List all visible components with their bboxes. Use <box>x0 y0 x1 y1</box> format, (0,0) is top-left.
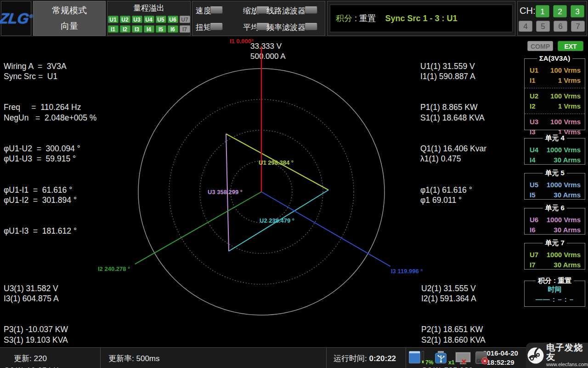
elecfans-watermark: 电子发烧友 www.elecfans.com <box>526 343 588 368</box>
svg-text:I1 0.000°: I1 0.000° <box>230 38 254 45</box>
overflow-indicator-u7: U7 <box>180 16 190 23</box>
overflow-indicator-u2: U2 <box>120 16 130 23</box>
mode-panel[interactable]: 常规模式 向量 <box>33 1 106 36</box>
line-filter-label: 线路滤波器 <box>266 6 305 16</box>
integrator-sync-display: 积分 : 重置 Sync Src 1 - 3 : U1 <box>330 5 513 32</box>
overflow-indicator-i2: I2 <box>120 25 130 33</box>
integrator-time-value: —— : – : – <box>525 295 585 303</box>
runtime: 运行时间: 0:20:22 <box>334 353 396 364</box>
overflow-indicator-i5: I5 <box>156 25 166 33</box>
time-text: 18:52:29 <box>486 358 514 366</box>
update-rate: 更新率: 500ms <box>108 353 160 364</box>
voltage-overflow-row: U1 U2 U3 U4 U5 U6 U7 <box>107 16 190 23</box>
range-row: U41000 Vrms <box>525 145 585 155</box>
status-bar: 更新: 220 更新率: 500ms 运行时间: 0:20:22 7% x1 ✕ <box>0 347 588 368</box>
sum-a-panel-title: ΣA(3V3A) <box>537 54 572 62</box>
channel-button-3[interactable]: 3 <box>571 5 584 17</box>
range-row: I430 Arms <box>525 155 585 165</box>
svg-text:500.000 A: 500.000 A <box>250 52 286 61</box>
svg-text:U3 358.299 °: U3 358.299 ° <box>208 189 243 196</box>
zlg-logo: ZLG® <box>1 1 31 36</box>
freq-filter-toggle[interactable] <box>305 23 317 30</box>
unit5-range-panel: 单元 5 U51000 Vrms I530 Arms <box>524 173 585 200</box>
divider <box>100 348 101 368</box>
power-analyzer-screen: ZLG® 常规模式 向量 量程溢出 U1 U2 U3 U4 U5 U6 U7 I… <box>0 0 588 368</box>
range-group-2: U2100 Vrms I21 Vrms <box>525 90 585 114</box>
range-row: U61000 Vrms <box>525 215 585 225</box>
unit7-range-panel: 单元 7 U71000 Vrms I730 Arms <box>524 243 585 270</box>
zlg-logo-text: ZLG® <box>0 10 34 27</box>
freq-filter-label: 频率滤波器 <box>266 22 305 33</box>
overflow-indicator-u3: U3 <box>132 16 142 23</box>
watermark-url: www.elecfans.com <box>546 362 588 368</box>
channel-button-4[interactable]: 4 <box>519 21 532 32</box>
overflow-indicator-u6: U6 <box>168 16 178 23</box>
range-row: U2100 Vrms <box>525 91 585 101</box>
watermark-title: 电子发烧友 <box>546 343 588 362</box>
range-row: U51000 Vrms <box>525 180 585 190</box>
divider <box>406 348 406 368</box>
overflow-indicator-i7: I7 <box>180 25 190 33</box>
elecfans-logo-icon <box>527 344 544 367</box>
range-row: U1100 Vrms <box>525 65 585 75</box>
integrator-time-label: 时间 <box>525 285 585 294</box>
integrator-sync-panel: 积分 : 重置 Sync Src 1 - 3 : U1 <box>327 1 515 36</box>
current-overflow-row: I1 I2 I3 I4 I5 I6 I7 <box>107 25 190 33</box>
sync-source-display: Sync Src 1 - 3 : U1 <box>330 14 512 23</box>
torque-label: 扭矩 <box>196 22 211 33</box>
element3-readings: U3(1) 31.582 VI3(1) 604.875 A P3(1) -10.… <box>4 263 70 368</box>
svg-text:33.333 V: 33.333 V <box>250 42 282 51</box>
overflow-indicator-i4: I4 <box>144 25 154 33</box>
channel-button-6[interactable]: 6 <box>554 21 567 32</box>
channel-button-5[interactable]: 5 <box>536 21 550 32</box>
torque-toggle[interactable] <box>210 23 223 30</box>
overflow-indicator-u5: U5 <box>156 16 166 23</box>
range-row: I11 Vrms <box>525 75 585 86</box>
vector-display-area: 33.333 V500.000 AI1 0.000°I2 240.278 °I3… <box>0 37 588 347</box>
overflow-indicator-i6: I6 <box>168 25 178 33</box>
channel-button-1[interactable]: 1 <box>536 5 549 17</box>
integrator-panel: 积分 : 重置 时间 —— : – : – <box>524 281 585 307</box>
mode-subtitle: 向量 <box>61 20 78 32</box>
unit4-range-panel: 单元 4 U41000 Vrms I430 Arms <box>524 138 585 165</box>
range-row: U71000 Vrms <box>525 250 585 260</box>
range-row: I530 Arms <box>525 190 585 200</box>
element2-readings: U2(1) 31.555 VI2(1) 591.364 A P2(1) 18.6… <box>421 263 486 368</box>
speed-label: 速度 <box>196 6 211 16</box>
channel-button-2[interactable]: 2 <box>553 5 567 17</box>
range-row: U3100 Vrms <box>525 117 585 127</box>
overflow-indicator-u4: U4 <box>144 16 154 23</box>
toggles-panel: 速度 扭矩 缩放 平均 线路滤波器 频率滤波器 <box>192 1 325 36</box>
svg-text:U1 298.384 °: U1 298.384 ° <box>259 159 294 166</box>
line-filter-toggle[interactable] <box>305 6 317 14</box>
range-row: I730 Arms <box>525 260 585 270</box>
range-overflow-panel: 量程溢出 U1 U2 U3 U4 U5 U6 U7 I1 I2 I3 I4 I5… <box>107 1 191 36</box>
sum-a-range-panel: ΣA(3V3A) U1100 Vrms I11 Vrms U2100 Vrms … <box>524 58 585 130</box>
channel-label: CH: <box>520 6 535 16</box>
element1-readings: U1(1) 31.559 VI1(1) 590.887 A P1(1) 8.86… <box>420 40 486 226</box>
svg-text:I2 240.278 °: I2 240.278 ° <box>98 265 130 272</box>
overflow-indicator-u1: U1 <box>108 16 119 23</box>
speed-toggle[interactable] <box>210 6 223 14</box>
overflow-indicator-i1: I1 <box>108 25 119 33</box>
divider <box>326 348 327 368</box>
range-row: I21 Vrms <box>525 101 585 111</box>
channel-button-7[interactable]: 7 <box>571 21 585 32</box>
system-info-block: Wiring A = 3V3ASync Src = U1 Freq = 110.… <box>4 40 96 257</box>
overflow-indicator-i3: I3 <box>132 25 142 33</box>
svg-text:I3 119.996 °: I3 119.996 ° <box>391 268 423 275</box>
svg-text:U2 238.479 °: U2 238.479 ° <box>260 217 294 224</box>
ext-button[interactable]: EXT <box>558 41 583 51</box>
mode-title: 常规模式 <box>52 5 87 17</box>
unit6-range-panel: 单元 6 U61000 Vrms I630 Arms <box>524 208 585 235</box>
range-overflow-title: 量程溢出 <box>107 3 190 13</box>
comp-button[interactable]: COMP <box>527 41 553 51</box>
top-bar: ZLG® 常规模式 向量 量程溢出 U1 U2 U3 U4 U5 U6 U7 I… <box>0 0 588 37</box>
range-row: I630 Arms <box>525 225 585 235</box>
channel-panel: CH: 1 2 3 4 5 6 7 <box>517 1 587 36</box>
range-group-1: U1100 Vrms I11 Vrms <box>525 64 585 88</box>
